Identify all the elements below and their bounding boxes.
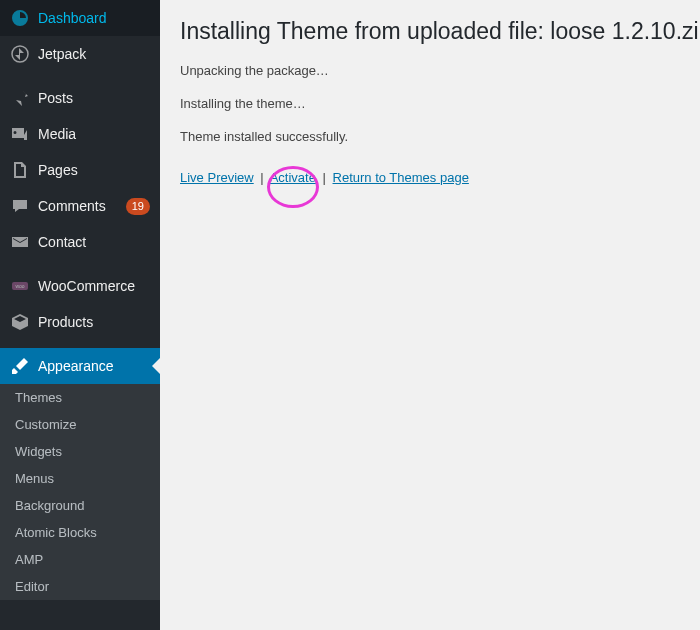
status-success: Theme installed successfully. <box>180 129 700 144</box>
sidebar-item-label: WooCommerce <box>38 278 150 294</box>
sidebar-item-woocommerce[interactable]: woo WooCommerce <box>0 268 160 304</box>
separator: | <box>323 170 326 185</box>
products-icon <box>10 312 30 332</box>
action-links: Live Preview | Activate | Return to Them… <box>180 170 700 185</box>
sidebar-item-products[interactable]: Products <box>0 304 160 340</box>
sidebar-item-label: Jetpack <box>38 46 150 62</box>
sidebar-item-label: Comments <box>38 198 121 214</box>
sidebar-item-label: Products <box>38 314 150 330</box>
page-title: Installing Theme from uploaded file: loo… <box>180 18 700 45</box>
submenu-item-editor[interactable]: Editor <box>0 573 160 600</box>
submenu-item-themes[interactable]: Themes <box>0 384 160 411</box>
sidebar-item-label: Pages <box>38 162 150 178</box>
submenu-item-menus[interactable]: Menus <box>0 465 160 492</box>
comments-count-badge: 19 <box>126 198 150 215</box>
sidebar-item-label: Posts <box>38 90 150 106</box>
sidebar-item-jetpack[interactable]: Jetpack <box>0 36 160 72</box>
sidebar-item-appearance[interactable]: Appearance <box>0 348 160 384</box>
live-preview-link[interactable]: Live Preview <box>180 170 254 185</box>
jetpack-icon <box>10 44 30 64</box>
media-icon <box>10 124 30 144</box>
main-content: Installing Theme from uploaded file: loo… <box>160 0 700 630</box>
submenu-item-atomic-blocks[interactable]: Atomic Blocks <box>0 519 160 546</box>
sidebar-item-dashboard[interactable]: Dashboard <box>0 0 160 36</box>
separator: | <box>260 170 263 185</box>
sidebar-item-posts[interactable]: Posts <box>0 80 160 116</box>
svg-text:woo: woo <box>15 283 24 289</box>
submenu-item-widgets[interactable]: Widgets <box>0 438 160 465</box>
admin-sidebar: Dashboard Jetpack Posts Media Pages Comm… <box>0 0 160 630</box>
sidebar-item-label: Media <box>38 126 150 142</box>
woo-icon: woo <box>10 276 30 296</box>
sidebar-item-comments[interactable]: Comments 19 <box>0 188 160 224</box>
return-link[interactable]: Return to Themes page <box>333 170 469 185</box>
submenu-item-amp[interactable]: AMP <box>0 546 160 573</box>
submenu-item-background[interactable]: Background <box>0 492 160 519</box>
sidebar-item-label: Contact <box>38 234 150 250</box>
status-installing: Installing the theme… <box>180 96 700 111</box>
pages-icon <box>10 160 30 180</box>
status-unpacking: Unpacking the package… <box>180 63 700 78</box>
pin-icon <box>10 88 30 108</box>
comments-icon <box>10 196 30 216</box>
mail-icon <box>10 232 30 252</box>
dashboard-icon <box>10 8 30 28</box>
sidebar-item-label: Dashboard <box>38 10 150 26</box>
sidebar-item-contact[interactable]: Contact <box>0 224 160 260</box>
brush-icon <box>10 356 30 376</box>
sidebar-item-media[interactable]: Media <box>0 116 160 152</box>
sidebar-item-pages[interactable]: Pages <box>0 152 160 188</box>
activate-link[interactable]: Activate <box>270 170 316 185</box>
appearance-submenu: Themes Customize Widgets Menus Backgroun… <box>0 384 160 600</box>
sidebar-item-label: Appearance <box>38 358 150 374</box>
submenu-item-customize[interactable]: Customize <box>0 411 160 438</box>
